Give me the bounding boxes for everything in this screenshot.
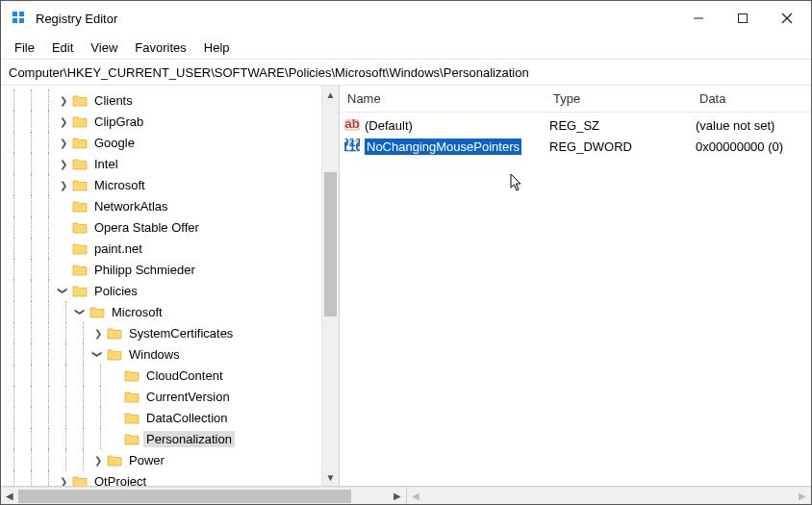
tree-view[interactable]: ❯Clients ❯ClipGrab ❯Google ❯Intel ❯Micro…: [1, 86, 321, 486]
tree-vertical-scrollbar[interactable]: ▲ ▼: [321, 86, 339, 486]
close-button[interactable]: [765, 3, 809, 34]
chevron-down-icon[interactable]: ❯: [74, 305, 88, 318]
folder-icon: [72, 284, 88, 297]
menu-file[interactable]: File: [7, 38, 42, 57]
list-body[interactable]: ab (Default) REG_SZ (value not set) 0111…: [340, 113, 811, 486]
binary-value-icon: 011110: [343, 138, 361, 155]
menu-view[interactable]: View: [83, 38, 125, 57]
folder-icon: [72, 114, 88, 128]
tree-item-cloudcontent[interactable]: CloudContent: [5, 365, 321, 386]
value-type: REG_DWORD: [549, 139, 632, 154]
tree-item-intel[interactable]: ❯Intel: [5, 153, 321, 174]
menu-favorites[interactable]: Favorites: [127, 38, 193, 57]
svg-text:ab: ab: [344, 117, 359, 131]
chevron-right-icon[interactable]: ❯: [57, 157, 70, 170]
menubar: File Edit View Favorites Help: [1, 36, 811, 59]
folder-icon: [72, 241, 88, 255]
folder-icon: [72, 157, 88, 170]
folder-icon: [72, 263, 88, 276]
value-name: NoChangingMousePointers: [365, 139, 521, 155]
tree-item-opera[interactable]: Opera Stable Offer: [5, 216, 321, 238]
window-title: Registry Editor: [36, 12, 676, 26]
column-name[interactable]: Name: [340, 91, 546, 106]
list-horizontal-scrollbar[interactable]: ◀ ▶: [407, 487, 812, 504]
folder-icon: [124, 390, 140, 403]
tree-item-systemcertificates[interactable]: ❯SystemCertificates: [5, 322, 321, 343]
app-icon: [11, 10, 28, 27]
folder-icon: [72, 220, 88, 234]
tree-item-microsoft[interactable]: ❯Microsoft: [5, 174, 321, 195]
chevron-right-icon[interactable]: ❯: [91, 453, 105, 467]
chevron-right-icon[interactable]: ❯: [57, 136, 70, 149]
svg-rect-3: [19, 18, 24, 23]
scroll-up-arrow-icon[interactable]: ▲: [322, 86, 339, 103]
value-name: (Default): [365, 118, 413, 133]
titlebar: Registry Editor: [1, 1, 811, 36]
bottom-scrollbars: ◀ ▶ ◀ ▶: [1, 487, 811, 504]
scroll-left-arrow-icon[interactable]: ◀: [1, 488, 18, 505]
window-controls: [676, 3, 809, 34]
content-area: ❯Clients ❯ClipGrab ❯Google ❯Intel ❯Micro…: [1, 86, 811, 487]
scroll-right-arrow-icon[interactable]: ▶: [389, 488, 406, 505]
tree-item-policies-microsoft[interactable]: ❯Microsoft: [5, 301, 321, 322]
svg-text:110: 110: [344, 139, 360, 154]
folder-icon: [107, 326, 122, 340]
tree-item-personalization[interactable]: Personalization: [5, 428, 321, 449]
menu-help[interactable]: Help: [196, 38, 238, 57]
tree-horizontal-scrollbar[interactable]: ◀ ▶: [1, 487, 407, 504]
chevron-right-icon[interactable]: ❯: [91, 326, 105, 340]
address-bar[interactable]: Computer\HKEY_CURRENT_USER\SOFTWARE\Poli…: [1, 59, 811, 86]
value-data: (value not set): [696, 118, 774, 133]
value-type: REG_SZ: [549, 118, 599, 133]
scroll-down-arrow-icon[interactable]: ▼: [322, 468, 339, 486]
scroll-thumb[interactable]: [18, 490, 351, 503]
folder-icon: [72, 474, 88, 486]
tree-item-paintnet[interactable]: paint.net: [5, 238, 321, 259]
chevron-right-icon[interactable]: ❯: [57, 114, 70, 128]
svg-rect-2: [13, 18, 17, 23]
tree-item-power[interactable]: ❯Power: [5, 449, 321, 470]
tree-item-networkatlas[interactable]: NetworkAtlas: [5, 195, 321, 216]
svg-rect-0: [13, 12, 17, 16]
folder-icon: [72, 136, 88, 149]
tree-pane: ❯Clients ❯ClipGrab ❯Google ❯Intel ❯Micro…: [1, 86, 340, 486]
folder-icon: [72, 93, 88, 107]
tree-item-schmieder[interactable]: Philipp Schmieder: [5, 259, 321, 280]
chevron-down-icon[interactable]: ❯: [57, 284, 70, 297]
minimize-button[interactable]: [676, 3, 721, 34]
scroll-right-arrow-icon[interactable]: ▶: [794, 488, 811, 505]
tree-item-clients[interactable]: ❯Clients: [5, 89, 321, 111]
menu-edit[interactable]: Edit: [44, 38, 81, 57]
scroll-left-arrow-icon[interactable]: ◀: [407, 488, 424, 505]
chevron-down-icon[interactable]: ❯: [91, 347, 105, 361]
scroll-thumb[interactable]: [324, 172, 337, 316]
chevron-right-icon[interactable]: ❯: [57, 93, 70, 107]
folder-icon: [72, 199, 88, 213]
folder-icon: [124, 432, 140, 445]
tree-item-otproject[interactable]: ❯OtProject: [5, 470, 321, 486]
column-data[interactable]: Data: [692, 91, 811, 106]
tree-item-currentversion[interactable]: CurrentVersion: [5, 386, 321, 407]
tree-item-datacollection[interactable]: DataCollection: [5, 407, 321, 428]
values-pane: Name Type Data ab (Default) REG_SZ (valu…: [340, 86, 811, 486]
address-text: Computer\HKEY_CURRENT_USER\SOFTWARE\Poli…: [9, 65, 529, 80]
tree-item-clipgrab[interactable]: ❯ClipGrab: [5, 111, 321, 132]
registry-editor-window: Registry Editor File Edit View Favorites…: [0, 0, 812, 505]
svg-rect-5: [739, 14, 748, 23]
chevron-right-icon[interactable]: ❯: [57, 178, 70, 191]
folder-icon: [89, 305, 105, 318]
folder-icon: [124, 411, 140, 424]
list-header: Name Type Data: [340, 86, 811, 113]
list-item[interactable]: 011110 NoChangingMousePointers REG_DWORD…: [340, 136, 811, 157]
svg-rect-1: [19, 12, 24, 16]
folder-icon: [72, 178, 88, 191]
tree-item-google[interactable]: ❯Google: [5, 132, 321, 153]
chevron-right-icon[interactable]: ❯: [57, 474, 70, 486]
maximize-button[interactable]: [721, 3, 765, 34]
tree-item-policies[interactable]: ❯Policies: [5, 280, 321, 301]
string-value-icon: ab: [343, 116, 361, 134]
tree-item-windows[interactable]: ❯Windows: [5, 343, 321, 365]
column-type[interactable]: Type: [546, 91, 692, 106]
list-item[interactable]: ab (Default) REG_SZ (value not set): [340, 114, 811, 136]
value-data: 0x00000000 (0): [696, 139, 783, 154]
